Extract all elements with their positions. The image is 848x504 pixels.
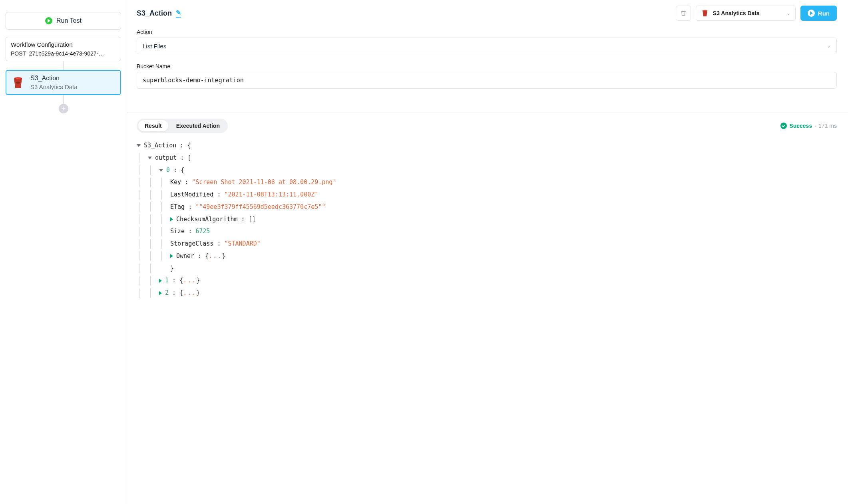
pencil-icon[interactable]: ✎: [176, 9, 181, 18]
trash-icon: [680, 10, 687, 16]
play-icon: [45, 17, 52, 24]
connector-line: [63, 61, 64, 70]
chevron-down-icon[interactable]: [148, 157, 152, 159]
tab-result[interactable]: Result: [138, 120, 168, 131]
status-time: 171 ms: [818, 123, 837, 129]
workflow-step-text: S3_Action S3 Analytics Data: [30, 75, 78, 90]
integration-selector-label: S3 Analytics Data: [713, 10, 760, 16]
check-circle-icon: [780, 123, 787, 129]
workflow-sidebar: Run Test Workflow Configuration POST 271…: [0, 0, 127, 504]
run-button-label: Run: [818, 10, 830, 17]
chevron-down-icon[interactable]: [137, 144, 141, 147]
execution-status: Success · 171 ms: [780, 123, 837, 129]
run-test-button[interactable]: Run Test: [6, 12, 121, 30]
integration-selector[interactable]: S3 Analytics Data ⌄: [696, 6, 796, 21]
chevron-down-icon[interactable]: [159, 169, 163, 172]
form-area: Action List Files ⌄ Bucket Name: [127, 21, 848, 113]
workflow-step-integration: S3 Analytics Data: [30, 83, 78, 90]
run-button[interactable]: Run: [800, 6, 837, 21]
s3-bucket-icon: [701, 9, 709, 17]
bucket-label: Bucket Name: [137, 63, 837, 69]
chevron-right-icon[interactable]: [159, 279, 162, 283]
run-test-label: Run Test: [56, 17, 82, 24]
delete-step-button[interactable]: [676, 6, 691, 21]
workflow-config-sub: POST 271b529a-9c14-4e73-9027-…: [11, 50, 116, 57]
s3-bucket-icon: [11, 76, 25, 89]
step-title-area: S3_Action ✎: [137, 9, 181, 18]
json-result-view[interactable]: S3_Action : { output : [ 0 : { Key : "Sc…: [127, 135, 848, 307]
chevron-down-icon: ⌄: [786, 10, 790, 16]
workflow-config-box[interactable]: Workflow Configuration POST 271b529a-9c1…: [6, 37, 121, 61]
results-header: Result Executed Action Success · 171 ms: [127, 113, 848, 135]
status-separator: ·: [814, 123, 816, 129]
workflow-config-title: Workflow Configuration: [11, 41, 116, 48]
svg-point-0: [16, 81, 20, 83]
tab-executed-action[interactable]: Executed Action: [170, 120, 226, 131]
chevron-right-icon[interactable]: [159, 291, 162, 295]
chevron-right-icon[interactable]: [170, 254, 173, 258]
chevron-down-icon: ⌄: [827, 43, 831, 49]
chevron-right-icon[interactable]: [170, 217, 173, 221]
play-icon: [808, 10, 815, 17]
result-tabs: Result Executed Action: [137, 119, 228, 133]
action-select[interactable]: List Files ⌄: [137, 38, 837, 54]
editor-header: S3_Action ✎ S3 Analytics Data ⌄ Run: [127, 0, 848, 21]
main-panel: S3_Action ✎ S3 Analytics Data ⌄ Run Acti…: [127, 0, 848, 504]
results-area: Result Executed Action Success · 171 ms …: [127, 113, 848, 504]
connector-line: [63, 95, 64, 104]
workflow-id: 271b529a-9c14-4e73-9027-…: [29, 50, 104, 57]
action-label: Action: [137, 29, 837, 35]
bucket-name-input[interactable]: [137, 72, 837, 89]
workflow-step-s3-action[interactable]: S3_Action S3 Analytics Data: [6, 70, 121, 95]
workflow-method: POST: [11, 50, 26, 57]
workflow-step-name: S3_Action: [30, 75, 78, 82]
action-select-value: List Files: [143, 43, 166, 50]
step-title: S3_Action: [137, 9, 172, 18]
status-text: Success: [789, 123, 812, 129]
add-step-button[interactable]: +: [59, 104, 68, 113]
